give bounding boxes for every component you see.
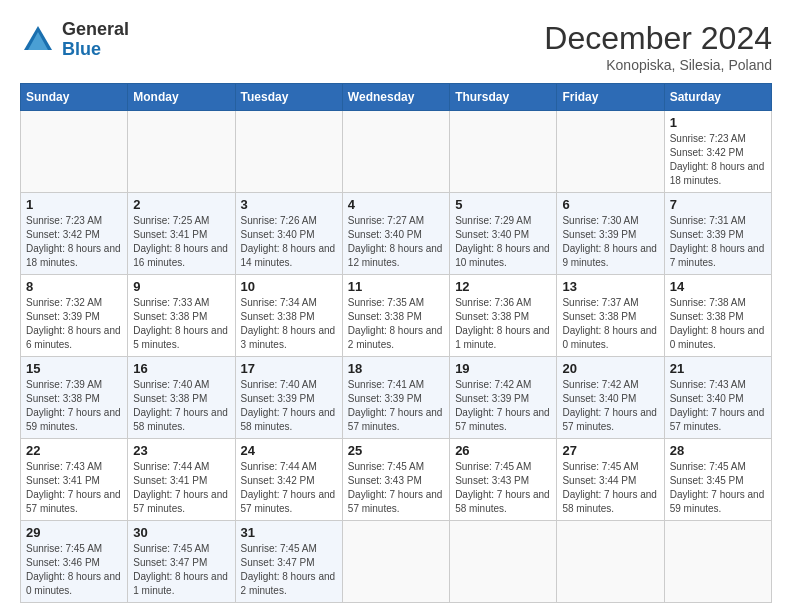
day-number: 19 — [455, 361, 551, 376]
calendar-table: SundayMondayTuesdayWednesdayThursdayFrid… — [20, 83, 772, 603]
calendar-week-row: 29 Sunrise: 7:45 AMSunset: 3:46 PMDaylig… — [21, 521, 772, 603]
calendar-day-cell: 6 Sunrise: 7:30 AMSunset: 3:39 PMDayligh… — [557, 193, 664, 275]
day-info: Sunrise: 7:42 AMSunset: 3:39 PMDaylight:… — [455, 378, 551, 434]
day-info: Sunrise: 7:43 AMSunset: 3:40 PMDaylight:… — [670, 378, 766, 434]
title-block: December 2024 Konopiska, Silesia, Poland — [544, 20, 772, 73]
calendar-day-cell: 1 Sunrise: 7:23 AMSunset: 3:42 PMDayligh… — [21, 193, 128, 275]
day-number: 26 — [455, 443, 551, 458]
day-info: Sunrise: 7:34 AMSunset: 3:38 PMDaylight:… — [241, 296, 337, 352]
calendar-day-cell — [342, 521, 449, 603]
calendar-day-cell — [450, 521, 557, 603]
day-number: 23 — [133, 443, 229, 458]
calendar-day-cell: 9 Sunrise: 7:33 AMSunset: 3:38 PMDayligh… — [128, 275, 235, 357]
day-number: 4 — [348, 197, 444, 212]
day-info: Sunrise: 7:37 AMSunset: 3:38 PMDaylight:… — [562, 296, 658, 352]
day-number: 10 — [241, 279, 337, 294]
day-number: 24 — [241, 443, 337, 458]
day-info: Sunrise: 7:44 AMSunset: 3:41 PMDaylight:… — [133, 460, 229, 516]
day-number: 6 — [562, 197, 658, 212]
day-number: 2 — [133, 197, 229, 212]
calendar-day-cell: 14 Sunrise: 7:38 AMSunset: 3:38 PMDaylig… — [664, 275, 771, 357]
calendar-week-row: 8 Sunrise: 7:32 AMSunset: 3:39 PMDayligh… — [21, 275, 772, 357]
calendar-day-cell: 17 Sunrise: 7:40 AMSunset: 3:39 PMDaylig… — [235, 357, 342, 439]
day-number: 21 — [670, 361, 766, 376]
day-number: 27 — [562, 443, 658, 458]
calendar-day-cell: 3 Sunrise: 7:26 AMSunset: 3:40 PMDayligh… — [235, 193, 342, 275]
day-info: Sunrise: 7:29 AMSunset: 3:40 PMDaylight:… — [455, 214, 551, 270]
day-info: Sunrise: 7:25 AMSunset: 3:41 PMDaylight:… — [133, 214, 229, 270]
day-number: 31 — [241, 525, 337, 540]
day-info: Sunrise: 7:26 AMSunset: 3:40 PMDaylight:… — [241, 214, 337, 270]
calendar-day-cell: 23 Sunrise: 7:44 AMSunset: 3:41 PMDaylig… — [128, 439, 235, 521]
day-info: Sunrise: 7:30 AMSunset: 3:39 PMDaylight:… — [562, 214, 658, 270]
location-subtitle: Konopiska, Silesia, Poland — [544, 57, 772, 73]
day-of-week-header: Friday — [557, 84, 664, 111]
day-of-week-header: Tuesday — [235, 84, 342, 111]
calendar-day-cell: 21 Sunrise: 7:43 AMSunset: 3:40 PMDaylig… — [664, 357, 771, 439]
calendar-day-cell — [21, 111, 128, 193]
day-info: Sunrise: 7:41 AMSunset: 3:39 PMDaylight:… — [348, 378, 444, 434]
day-info: Sunrise: 7:42 AMSunset: 3:40 PMDaylight:… — [562, 378, 658, 434]
calendar-header-row: SundayMondayTuesdayWednesdayThursdayFrid… — [21, 84, 772, 111]
day-number: 18 — [348, 361, 444, 376]
calendar-day-cell: 4 Sunrise: 7:27 AMSunset: 3:40 PMDayligh… — [342, 193, 449, 275]
day-info: Sunrise: 7:45 AMSunset: 3:47 PMDaylight:… — [133, 542, 229, 598]
logo-general: General — [62, 19, 129, 39]
calendar-day-cell — [450, 111, 557, 193]
calendar-day-cell: 27 Sunrise: 7:45 AMSunset: 3:44 PMDaylig… — [557, 439, 664, 521]
calendar-day-cell: 19 Sunrise: 7:42 AMSunset: 3:39 PMDaylig… — [450, 357, 557, 439]
calendar-day-cell: 22 Sunrise: 7:43 AMSunset: 3:41 PMDaylig… — [21, 439, 128, 521]
day-info: Sunrise: 7:45 AMSunset: 3:44 PMDaylight:… — [562, 460, 658, 516]
calendar-week-row: 15 Sunrise: 7:39 AMSunset: 3:38 PMDaylig… — [21, 357, 772, 439]
calendar-day-cell — [235, 111, 342, 193]
calendar-week-row: 1 Sunrise: 7:23 AMSunset: 3:42 PMDayligh… — [21, 111, 772, 193]
day-info: Sunrise: 7:45 AMSunset: 3:43 PMDaylight:… — [348, 460, 444, 516]
day-info: Sunrise: 7:45 AMSunset: 3:46 PMDaylight:… — [26, 542, 122, 598]
day-of-week-header: Wednesday — [342, 84, 449, 111]
day-number: 20 — [562, 361, 658, 376]
day-number: 5 — [455, 197, 551, 212]
calendar-day-cell: 10 Sunrise: 7:34 AMSunset: 3:38 PMDaylig… — [235, 275, 342, 357]
calendar-day-cell: 30 Sunrise: 7:45 AMSunset: 3:47 PMDaylig… — [128, 521, 235, 603]
day-number: 15 — [26, 361, 122, 376]
calendar-day-cell — [342, 111, 449, 193]
calendar-day-cell: 11 Sunrise: 7:35 AMSunset: 3:38 PMDaylig… — [342, 275, 449, 357]
calendar-day-cell: 31 Sunrise: 7:45 AMSunset: 3:47 PMDaylig… — [235, 521, 342, 603]
day-info: Sunrise: 7:45 AMSunset: 3:47 PMDaylight:… — [241, 542, 337, 598]
day-info: Sunrise: 7:36 AMSunset: 3:38 PMDaylight:… — [455, 296, 551, 352]
day-info: Sunrise: 7:45 AMSunset: 3:43 PMDaylight:… — [455, 460, 551, 516]
day-info: Sunrise: 7:31 AMSunset: 3:39 PMDaylight:… — [670, 214, 766, 270]
day-number: 14 — [670, 279, 766, 294]
calendar-day-cell: 24 Sunrise: 7:44 AMSunset: 3:42 PMDaylig… — [235, 439, 342, 521]
day-number: 16 — [133, 361, 229, 376]
calendar-day-cell: 20 Sunrise: 7:42 AMSunset: 3:40 PMDaylig… — [557, 357, 664, 439]
day-info: Sunrise: 7:45 AMSunset: 3:45 PMDaylight:… — [670, 460, 766, 516]
calendar-day-cell: 12 Sunrise: 7:36 AMSunset: 3:38 PMDaylig… — [450, 275, 557, 357]
calendar-day-cell: 1 Sunrise: 7:23 AMSunset: 3:42 PMDayligh… — [664, 111, 771, 193]
day-info: Sunrise: 7:40 AMSunset: 3:39 PMDaylight:… — [241, 378, 337, 434]
day-info: Sunrise: 7:32 AMSunset: 3:39 PMDaylight:… — [26, 296, 122, 352]
logo-blue: Blue — [62, 39, 101, 59]
day-number: 7 — [670, 197, 766, 212]
calendar-day-cell: 15 Sunrise: 7:39 AMSunset: 3:38 PMDaylig… — [21, 357, 128, 439]
day-info: Sunrise: 7:27 AMSunset: 3:40 PMDaylight:… — [348, 214, 444, 270]
calendar-day-cell: 28 Sunrise: 7:45 AMSunset: 3:45 PMDaylig… — [664, 439, 771, 521]
day-number: 17 — [241, 361, 337, 376]
day-number: 1 — [670, 115, 766, 130]
calendar-day-cell: 16 Sunrise: 7:40 AMSunset: 3:38 PMDaylig… — [128, 357, 235, 439]
day-number: 1 — [26, 197, 122, 212]
calendar-day-cell: 7 Sunrise: 7:31 AMSunset: 3:39 PMDayligh… — [664, 193, 771, 275]
day-info: Sunrise: 7:38 AMSunset: 3:38 PMDaylight:… — [670, 296, 766, 352]
calendar-week-row: 1 Sunrise: 7:23 AMSunset: 3:42 PMDayligh… — [21, 193, 772, 275]
calendar-day-cell — [664, 521, 771, 603]
calendar-day-cell: 8 Sunrise: 7:32 AMSunset: 3:39 PMDayligh… — [21, 275, 128, 357]
day-number: 11 — [348, 279, 444, 294]
month-title: December 2024 — [544, 20, 772, 57]
calendar-day-cell: 2 Sunrise: 7:25 AMSunset: 3:41 PMDayligh… — [128, 193, 235, 275]
day-number: 12 — [455, 279, 551, 294]
day-number: 9 — [133, 279, 229, 294]
day-number: 22 — [26, 443, 122, 458]
day-info: Sunrise: 7:39 AMSunset: 3:38 PMDaylight:… — [26, 378, 122, 434]
day-of-week-header: Saturday — [664, 84, 771, 111]
calendar-day-cell: 29 Sunrise: 7:45 AMSunset: 3:46 PMDaylig… — [21, 521, 128, 603]
